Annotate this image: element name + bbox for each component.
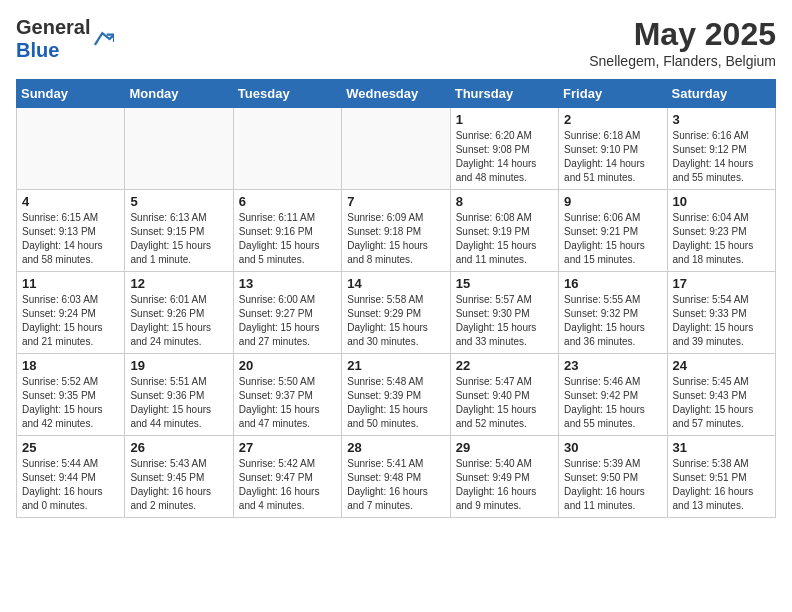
day-number: 22 — [456, 358, 553, 373]
calendar-cell: 28Sunrise: 5:41 AM Sunset: 9:48 PM Dayli… — [342, 436, 450, 518]
day-number: 14 — [347, 276, 444, 291]
week-row-4: 18Sunrise: 5:52 AM Sunset: 9:35 PM Dayli… — [17, 354, 776, 436]
calendar-cell: 21Sunrise: 5:48 AM Sunset: 9:39 PM Dayli… — [342, 354, 450, 436]
day-info: Sunrise: 6:16 AM Sunset: 9:12 PM Dayligh… — [673, 129, 770, 185]
day-number: 16 — [564, 276, 661, 291]
calendar-cell: 25Sunrise: 5:44 AM Sunset: 9:44 PM Dayli… — [17, 436, 125, 518]
day-info: Sunrise: 5:48 AM Sunset: 9:39 PM Dayligh… — [347, 375, 444, 431]
calendar-cell: 29Sunrise: 5:40 AM Sunset: 9:49 PM Dayli… — [450, 436, 558, 518]
day-number: 28 — [347, 440, 444, 455]
day-number: 12 — [130, 276, 227, 291]
day-info: Sunrise: 5:57 AM Sunset: 9:30 PM Dayligh… — [456, 293, 553, 349]
day-info: Sunrise: 6:00 AM Sunset: 9:27 PM Dayligh… — [239, 293, 336, 349]
calendar-cell: 22Sunrise: 5:47 AM Sunset: 9:40 PM Dayli… — [450, 354, 558, 436]
day-number: 4 — [22, 194, 119, 209]
day-number: 10 — [673, 194, 770, 209]
day-number: 19 — [130, 358, 227, 373]
day-info: Sunrise: 5:41 AM Sunset: 9:48 PM Dayligh… — [347, 457, 444, 513]
calendar-cell: 24Sunrise: 5:45 AM Sunset: 9:43 PM Dayli… — [667, 354, 775, 436]
day-info: Sunrise: 6:15 AM Sunset: 9:13 PM Dayligh… — [22, 211, 119, 267]
calendar-cell: 30Sunrise: 5:39 AM Sunset: 9:50 PM Dayli… — [559, 436, 667, 518]
day-info: Sunrise: 5:47 AM Sunset: 9:40 PM Dayligh… — [456, 375, 553, 431]
day-number: 31 — [673, 440, 770, 455]
day-number: 7 — [347, 194, 444, 209]
week-row-5: 25Sunrise: 5:44 AM Sunset: 9:44 PM Dayli… — [17, 436, 776, 518]
logo: General Blue — [16, 16, 114, 62]
calendar-cell: 27Sunrise: 5:42 AM Sunset: 9:47 PM Dayli… — [233, 436, 341, 518]
calendar-cell — [125, 108, 233, 190]
day-number: 6 — [239, 194, 336, 209]
month-title: May 2025 — [589, 16, 776, 53]
day-info: Sunrise: 5:45 AM Sunset: 9:43 PM Dayligh… — [673, 375, 770, 431]
weekday-header-friday: Friday — [559, 80, 667, 108]
page-header: General Blue May 2025 Snellegem, Flander… — [16, 16, 776, 69]
day-info: Sunrise: 6:20 AM Sunset: 9:08 PM Dayligh… — [456, 129, 553, 185]
day-number: 20 — [239, 358, 336, 373]
day-number: 27 — [239, 440, 336, 455]
calendar-cell: 12Sunrise: 6:01 AM Sunset: 9:26 PM Dayli… — [125, 272, 233, 354]
day-info: Sunrise: 5:55 AM Sunset: 9:32 PM Dayligh… — [564, 293, 661, 349]
calendar-cell: 5Sunrise: 6:13 AM Sunset: 9:15 PM Daylig… — [125, 190, 233, 272]
day-info: Sunrise: 5:52 AM Sunset: 9:35 PM Dayligh… — [22, 375, 119, 431]
day-number: 25 — [22, 440, 119, 455]
calendar: SundayMondayTuesdayWednesdayThursdayFrid… — [16, 79, 776, 518]
day-number: 17 — [673, 276, 770, 291]
calendar-cell: 13Sunrise: 6:00 AM Sunset: 9:27 PM Dayli… — [233, 272, 341, 354]
calendar-cell: 19Sunrise: 5:51 AM Sunset: 9:36 PM Dayli… — [125, 354, 233, 436]
calendar-cell: 15Sunrise: 5:57 AM Sunset: 9:30 PM Dayli… — [450, 272, 558, 354]
day-info: Sunrise: 6:03 AM Sunset: 9:24 PM Dayligh… — [22, 293, 119, 349]
calendar-cell: 20Sunrise: 5:50 AM Sunset: 9:37 PM Dayli… — [233, 354, 341, 436]
weekday-header-sunday: Sunday — [17, 80, 125, 108]
weekday-header-wednesday: Wednesday — [342, 80, 450, 108]
calendar-cell: 4Sunrise: 6:15 AM Sunset: 9:13 PM Daylig… — [17, 190, 125, 272]
day-info: Sunrise: 6:18 AM Sunset: 9:10 PM Dayligh… — [564, 129, 661, 185]
day-info: Sunrise: 6:04 AM Sunset: 9:23 PM Dayligh… — [673, 211, 770, 267]
week-row-1: 1Sunrise: 6:20 AM Sunset: 9:08 PM Daylig… — [17, 108, 776, 190]
calendar-cell: 23Sunrise: 5:46 AM Sunset: 9:42 PM Dayli… — [559, 354, 667, 436]
title-block: May 2025 Snellegem, Flanders, Belgium — [589, 16, 776, 69]
day-info: Sunrise: 6:06 AM Sunset: 9:21 PM Dayligh… — [564, 211, 661, 267]
calendar-cell: 31Sunrise: 5:38 AM Sunset: 9:51 PM Dayli… — [667, 436, 775, 518]
day-info: Sunrise: 5:58 AM Sunset: 9:29 PM Dayligh… — [347, 293, 444, 349]
day-info: Sunrise: 5:50 AM Sunset: 9:37 PM Dayligh… — [239, 375, 336, 431]
day-info: Sunrise: 6:11 AM Sunset: 9:16 PM Dayligh… — [239, 211, 336, 267]
day-info: Sunrise: 5:39 AM Sunset: 9:50 PM Dayligh… — [564, 457, 661, 513]
day-number: 13 — [239, 276, 336, 291]
day-number: 24 — [673, 358, 770, 373]
logo-text: General Blue — [16, 16, 90, 62]
logo-general: General — [16, 16, 90, 38]
calendar-cell: 18Sunrise: 5:52 AM Sunset: 9:35 PM Dayli… — [17, 354, 125, 436]
day-number: 5 — [130, 194, 227, 209]
calendar-cell — [233, 108, 341, 190]
day-info: Sunrise: 5:51 AM Sunset: 9:36 PM Dayligh… — [130, 375, 227, 431]
day-info: Sunrise: 5:40 AM Sunset: 9:49 PM Dayligh… — [456, 457, 553, 513]
day-number: 9 — [564, 194, 661, 209]
day-info: Sunrise: 5:38 AM Sunset: 9:51 PM Dayligh… — [673, 457, 770, 513]
calendar-cell — [342, 108, 450, 190]
logo-blue: Blue — [16, 39, 59, 61]
weekday-header-monday: Monday — [125, 80, 233, 108]
calendar-cell: 17Sunrise: 5:54 AM Sunset: 9:33 PM Dayli… — [667, 272, 775, 354]
day-number: 21 — [347, 358, 444, 373]
calendar-cell: 6Sunrise: 6:11 AM Sunset: 9:16 PM Daylig… — [233, 190, 341, 272]
weekday-header-saturday: Saturday — [667, 80, 775, 108]
day-info: Sunrise: 6:13 AM Sunset: 9:15 PM Dayligh… — [130, 211, 227, 267]
calendar-cell: 1Sunrise: 6:20 AM Sunset: 9:08 PM Daylig… — [450, 108, 558, 190]
day-info: Sunrise: 6:08 AM Sunset: 9:19 PM Dayligh… — [456, 211, 553, 267]
day-info: Sunrise: 5:43 AM Sunset: 9:45 PM Dayligh… — [130, 457, 227, 513]
calendar-cell — [17, 108, 125, 190]
day-number: 1 — [456, 112, 553, 127]
day-number: 26 — [130, 440, 227, 455]
calendar-cell: 10Sunrise: 6:04 AM Sunset: 9:23 PM Dayli… — [667, 190, 775, 272]
calendar-cell: 9Sunrise: 6:06 AM Sunset: 9:21 PM Daylig… — [559, 190, 667, 272]
day-info: Sunrise: 5:54 AM Sunset: 9:33 PM Dayligh… — [673, 293, 770, 349]
day-info: Sunrise: 6:01 AM Sunset: 9:26 PM Dayligh… — [130, 293, 227, 349]
day-number: 15 — [456, 276, 553, 291]
logo-icon — [92, 28, 114, 50]
calendar-cell: 16Sunrise: 5:55 AM Sunset: 9:32 PM Dayli… — [559, 272, 667, 354]
calendar-cell: 26Sunrise: 5:43 AM Sunset: 9:45 PM Dayli… — [125, 436, 233, 518]
week-row-3: 11Sunrise: 6:03 AM Sunset: 9:24 PM Dayli… — [17, 272, 776, 354]
day-number: 2 — [564, 112, 661, 127]
day-info: Sunrise: 5:42 AM Sunset: 9:47 PM Dayligh… — [239, 457, 336, 513]
day-info: Sunrise: 5:46 AM Sunset: 9:42 PM Dayligh… — [564, 375, 661, 431]
